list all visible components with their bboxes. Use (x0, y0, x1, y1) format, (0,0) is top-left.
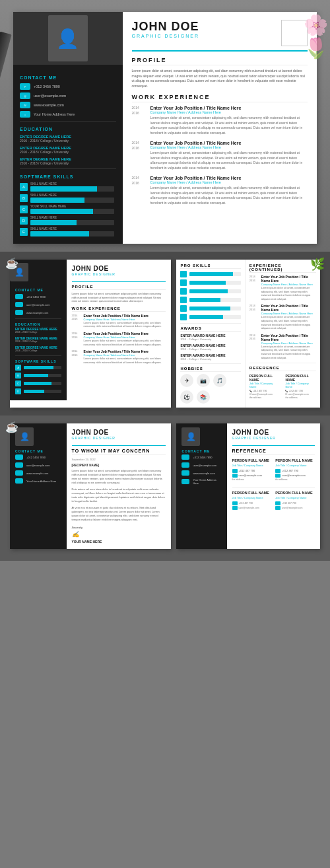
sidebar: 👤 CONTACT ME P +012 3456 7890 @ user@exa… (13, 12, 123, 244)
skill-row-e: E SKILL NAME HERE (20, 227, 116, 236)
contact-heading: CONTACT ME (20, 75, 116, 80)
skill-row-d: D SKILL NAME HERE (20, 216, 116, 225)
ref-phone-icon (182, 454, 189, 460)
small-skills-heading: SOFTWARE SKILLS (15, 359, 61, 363)
svg-text:P: P (24, 85, 26, 89)
exp-cont-1: 20142016 Enter Your Job Position / Title… (249, 275, 316, 301)
cover-address-text: Your Home Address Here (26, 480, 56, 483)
skills-heading: SOFTWARE SKILLS (20, 174, 116, 179)
skill-letter-c: C (20, 205, 28, 213)
contact-web: W www.example.com (20, 102, 116, 108)
small-work-detail-1: Enter Your Job Position / Title Name Her… (84, 314, 166, 328)
ref-page-sidebar: 👤 CONTACT ME +012 3456 7890 user@example… (176, 423, 226, 549)
ref-detail-phone-icon-3 (232, 501, 238, 505)
ref-web-text: www.example.com (193, 472, 214, 475)
ref-phone-sidebar: +012 3456 7890 (182, 454, 221, 460)
small-work-3: 20142016 Enter Your Job Position / Title… (72, 349, 166, 364)
skill-label-c: YOUR SKILL NAME HERE (30, 205, 114, 208)
ref-card-3: PERSON FULL NAME Job Title / Company Nam… (232, 490, 272, 511)
ref-detail-email-1: user@example.com (232, 474, 272, 478)
exp-cont-3: 20142016 Enter Your Job Position / Title… (249, 334, 316, 359)
ref-card-4: PERSON FULL NAME Job Title / Company Nam… (275, 490, 315, 511)
pro-skill-fill-3 (189, 289, 228, 293)
small-work-desc-3: Lorem ipsum dolor sit amet, consectetuer… (84, 357, 166, 364)
small-skill-letter-c: C (15, 380, 21, 386)
edu-sub-2: 2016 - 2018 / College / University (20, 150, 116, 154)
section3: ☕ 👤 CONTACT ME +012 3456 7890 user@examp… (0, 416, 330, 561)
ref-addr-2: the address (285, 396, 316, 400)
ref-card-job-1: Job Title / Company Name (232, 464, 272, 468)
small-resume-title: GRAPHIC DESIGNER (72, 272, 166, 276)
ref-card-1: PERSON FULL NAME Job Title / Company Nam… (232, 458, 272, 482)
right-left-col: PRO SKILLS (176, 260, 245, 408)
coffee-cup-left: ☕ (5, 257, 18, 270)
small-skill-fill-c (24, 382, 51, 385)
pro-skill-2 (180, 279, 240, 286)
pro-skill-5 (180, 305, 240, 312)
edu-sub-1: 2016 - 2018 / College / University (20, 139, 116, 143)
resume-name: JOHN DOE (132, 20, 199, 34)
section2: ☕ 🌿 👤 CONTACT ME +012 3456 7890 (0, 252, 330, 416)
profile-heading: PROFILE (132, 57, 308, 65)
main-resume-page: 👤 CONTACT ME P +012 3456 7890 @ user@exa… (13, 12, 317, 244)
person-icon: 👤 (56, 28, 79, 50)
cover-letter-page: 👤 CONTACT ME +012 3456 7890 user@example… (10, 423, 171, 549)
small-skill-letter-d: D (15, 388, 21, 394)
exp-cont-detail-3: Enter Your Job Position / Title Name Her… (261, 334, 316, 359)
phone-icon: P (20, 83, 30, 90)
skill-row-b: B SKILL NAME HERE (20, 194, 116, 203)
small-work-year-1: 20142016 (72, 314, 84, 328)
cover-date: September 19, 2022 (72, 458, 166, 461)
flower-decoration: 🌸🌷 (304, 13, 330, 59)
cover-letter-heading: TO WHOM IT MAY CONCERN (72, 449, 166, 455)
small-skill-bar-d (24, 390, 61, 393)
cover-body-1: Lorem ipsum dolor sit amet, consectetuer… (72, 469, 166, 485)
work-entry-1: 2014 2016 Enter Your Job Position / Titl… (132, 106, 308, 135)
award-3: ENTER AWARD NAME HERE 2016 - College / U… (180, 353, 240, 361)
pro-skills-heading: PRO SKILLS (180, 264, 240, 269)
section1: 🌸🌷 👤 CONTACT ME P +012 3456 7890 (0, 0, 330, 252)
cover-header: JOHN DOE GRAPHIC DESIGNER (72, 429, 166, 446)
small-skill-c: C (15, 380, 61, 386)
ref-main-content: JOHN DOE GRAPHIC DESIGNER REFERENCE PERS… (227, 423, 320, 549)
sincerely-label: Sincerely, (72, 526, 166, 529)
ref-detail-addr-2: the address (275, 478, 315, 482)
cover-email-icon (15, 462, 23, 468)
exp-cont-2: 20142016 Enter Your Job Position / Title… (249, 304, 316, 330)
ref-job-1: Job Title / Company Name (249, 382, 280, 388)
small-web: www.example.com (15, 310, 61, 315)
exp-cont-detail-2: Enter Your Job Position / Title Name Her… (261, 304, 316, 330)
ref-web-sidebar: www.example.com (182, 470, 221, 476)
small-header: JOHN DOE GRAPHIC DESIGNER (72, 265, 166, 282)
ref-detail-email-icon-2 (275, 474, 280, 478)
ref-card-2: PERSON FULL NAME Job Title / Company Nam… (275, 458, 315, 482)
page-left-flex: 👤 CONTACT ME +012 3456 7890 user@example… (10, 260, 171, 400)
cover-contact-heading: CONTACT ME (15, 449, 61, 453)
ref-detail-phone-3: +012 467 790 (232, 501, 272, 505)
ref-detail-email-4: user@example.com (275, 506, 315, 510)
edu-entry-1: ENTER DEGREE NAME HERE 2016 - 2018 / Col… (20, 135, 116, 143)
exp-cont-detail-1: Enter Your Job Position / Title Name Her… (261, 275, 316, 301)
cover-body-3: At vero eos et accusam et justo duo dolo… (72, 506, 166, 522)
small-phone: +012 3456 7890 (15, 294, 61, 299)
small-edu-sub-3: 2016 - 2018 / College (15, 349, 61, 352)
work-company-2: Company Name Here / Address Name Here (150, 145, 308, 149)
ref-detail-email-2: user@example.com (275, 474, 315, 478)
sep-awards (180, 323, 240, 324)
small-edu-2: ENTER DEGREE NAME HERE 2016 - 2018 / Col… (15, 337, 61, 343)
cover-email: user@example.com (15, 462, 61, 468)
ref-phone-text: +012 3456 7890 (193, 456, 212, 459)
cover-recipient: [RECIPIENT NAME] (72, 464, 166, 467)
ref-detail-email-icon-4 (275, 506, 280, 510)
work-title-1: Enter Your Job Position / Title Name Her… (150, 106, 308, 110)
small-phone-text: +012 3456 7890 (26, 295, 46, 299)
work-details-2: Enter Your Job Position / Title Name Her… (150, 141, 308, 170)
small-skill-d: D (15, 388, 61, 394)
awards-heading: AWARDS (180, 326, 240, 332)
work-desc-2: Lorem ipsum dolor sit amet, consectetuer… (150, 151, 308, 170)
pro-skill-icon-1 (180, 271, 187, 277)
ref-contact-heading: CONTACT ME (182, 449, 221, 453)
pro-skill-6 (180, 314, 240, 320)
bottom-layout: 👤 CONTACT ME +012 3456 7890 user@example… (10, 423, 320, 549)
plant-right: 🌿 (310, 257, 325, 271)
